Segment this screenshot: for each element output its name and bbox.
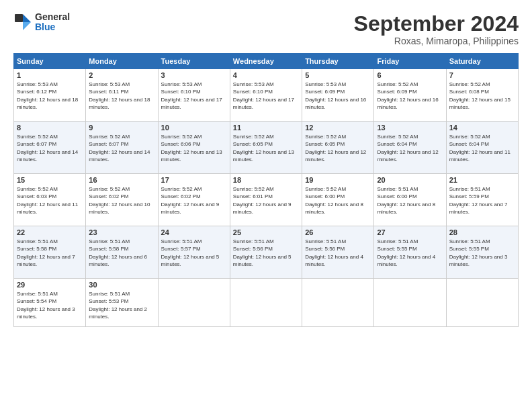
- day-info: Sunrise: 5:53 AMSunset: 6:10 PMDaylight:…: [161, 81, 222, 110]
- calendar-cell: 30 Sunrise: 5:51 AMSunset: 5:53 PMDaylig…: [86, 279, 158, 327]
- title-block: September 2024 Roxas, Mimaropa, Philippi…: [354, 12, 519, 46]
- day-number: 7: [449, 71, 515, 79]
- day-number: 13: [377, 124, 443, 132]
- header-saturday: Saturday: [446, 54, 518, 69]
- day-number: 23: [89, 228, 154, 236]
- header-friday: Friday: [374, 54, 446, 69]
- calendar-cell: 19 Sunrise: 5:52 AMSunset: 6:00 PMDaylig…: [302, 174, 374, 226]
- header: General Blue September 2024 Roxas, Mimar…: [13, 12, 519, 46]
- calendar-cell: 15 Sunrise: 5:52 AMSunset: 6:03 PMDaylig…: [14, 174, 86, 226]
- calendar-cell: 3 Sunrise: 5:53 AMSunset: 6:10 PMDayligh…: [158, 69, 230, 122]
- logo-blue: Blue: [35, 21, 55, 32]
- day-number: 2: [89, 71, 154, 79]
- day-info: Sunrise: 5:51 AMSunset: 5:54 PMDaylight:…: [17, 291, 75, 320]
- day-number: 28: [449, 228, 515, 236]
- calendar-cell: 20 Sunrise: 5:51 AMSunset: 6:00 PMDaylig…: [374, 174, 446, 226]
- svg-marker-1: [23, 22, 31, 30]
- calendar-cell: 11 Sunrise: 5:52 AMSunset: 6:05 PMDaylig…: [230, 122, 302, 174]
- calendar-week-1: 1 Sunrise: 5:53 AMSunset: 6:12 PMDayligh…: [14, 69, 519, 122]
- day-info: Sunrise: 5:51 AMSunset: 6:00 PMDaylight:…: [377, 186, 435, 215]
- header-tuesday: Tuesday: [158, 54, 230, 69]
- calendar-cell: 5 Sunrise: 5:53 AMSunset: 6:09 PMDayligh…: [302, 69, 374, 122]
- day-number: 18: [233, 176, 299, 184]
- day-info: Sunrise: 5:52 AMSunset: 6:07 PMDaylight:…: [17, 134, 78, 163]
- day-number: 24: [161, 228, 227, 236]
- calendar-cell: 7 Sunrise: 5:52 AMSunset: 6:08 PMDayligh…: [446, 69, 518, 122]
- calendar-cell: 27 Sunrise: 5:51 AMSunset: 5:55 PMDaylig…: [374, 226, 446, 279]
- day-info: Sunrise: 5:52 AMSunset: 6:07 PMDaylight:…: [89, 134, 150, 163]
- calendar-cell: 21 Sunrise: 5:51 AMSunset: 5:59 PMDaylig…: [446, 174, 518, 226]
- location: Roxas, Mimaropa, Philippines: [354, 36, 519, 46]
- header-wednesday: Wednesday: [230, 54, 302, 69]
- day-number: 12: [305, 124, 371, 132]
- day-number: 1: [17, 71, 83, 79]
- calendar-cell: 16 Sunrise: 5:52 AMSunset: 6:02 PMDaylig…: [86, 174, 158, 226]
- calendar-cell: 2 Sunrise: 5:53 AMSunset: 6:11 PMDayligh…: [86, 69, 158, 122]
- calendar-cell: 10 Sunrise: 5:52 AMSunset: 6:06 PMDaylig…: [158, 122, 230, 174]
- day-info: Sunrise: 5:52 AMSunset: 6:04 PMDaylight:…: [449, 134, 511, 163]
- calendar-cell: [158, 279, 230, 327]
- day-info: Sunrise: 5:51 AMSunset: 5:55 PMDaylight:…: [377, 238, 435, 267]
- day-info: Sunrise: 5:53 AMSunset: 6:11 PMDaylight:…: [89, 81, 150, 110]
- day-number: 6: [377, 71, 443, 79]
- day-info: Sunrise: 5:52 AMSunset: 6:06 PMDaylight:…: [161, 134, 222, 163]
- day-number: 4: [233, 71, 299, 79]
- day-info: Sunrise: 5:52 AMSunset: 6:03 PMDaylight:…: [17, 186, 78, 215]
- day-number: 20: [377, 176, 443, 184]
- calendar-cell: 26 Sunrise: 5:51 AMSunset: 5:56 PMDaylig…: [302, 226, 374, 279]
- day-number: 17: [161, 176, 227, 184]
- header-monday: Monday: [86, 54, 158, 69]
- logo-text: General Blue: [35, 12, 70, 33]
- calendar-cell: 28 Sunrise: 5:51 AMSunset: 5:55 PMDaylig…: [446, 226, 518, 279]
- day-number: 8: [17, 124, 83, 132]
- calendar-cell: 29 Sunrise: 5:51 AMSunset: 5:54 PMDaylig…: [14, 279, 86, 327]
- day-info: Sunrise: 5:51 AMSunset: 5:55 PMDaylight:…: [449, 238, 508, 267]
- calendar-cell: 25 Sunrise: 5:51 AMSunset: 5:56 PMDaylig…: [230, 226, 302, 279]
- day-info: Sunrise: 5:51 AMSunset: 5:56 PMDaylight:…: [305, 238, 363, 267]
- svg-marker-0: [23, 14, 31, 22]
- day-info: Sunrise: 5:52 AMSunset: 6:05 PMDaylight:…: [305, 134, 366, 163]
- calendar-cell: 18 Sunrise: 5:52 AMSunset: 6:01 PMDaylig…: [230, 174, 302, 226]
- day-number: 5: [305, 71, 371, 79]
- logo-general: General: [35, 11, 70, 22]
- calendar-week-2: 8 Sunrise: 5:52 AMSunset: 6:07 PMDayligh…: [14, 122, 519, 174]
- calendar-cell: 4 Sunrise: 5:53 AMSunset: 6:10 PMDayligh…: [230, 69, 302, 122]
- day-info: Sunrise: 5:52 AMSunset: 6:04 PMDaylight:…: [377, 134, 438, 163]
- day-number: 19: [305, 176, 371, 184]
- calendar-cell: 24 Sunrise: 5:51 AMSunset: 5:57 PMDaylig…: [158, 226, 230, 279]
- calendar-cell: 14 Sunrise: 5:52 AMSunset: 6:04 PMDaylig…: [446, 122, 518, 174]
- calendar-cell: 23 Sunrise: 5:51 AMSunset: 5:58 PMDaylig…: [86, 226, 158, 279]
- calendar-cell: [446, 279, 518, 327]
- day-number: 30: [89, 281, 154, 289]
- calendar-cell: 22 Sunrise: 5:51 AMSunset: 5:58 PMDaylig…: [14, 226, 86, 279]
- calendar-cell: [230, 279, 302, 327]
- calendar-week-3: 15 Sunrise: 5:52 AMSunset: 6:03 PMDaylig…: [14, 174, 519, 226]
- day-number: 27: [377, 228, 443, 236]
- day-number: 10: [161, 124, 227, 132]
- calendar-cell: 1 Sunrise: 5:53 AMSunset: 6:12 PMDayligh…: [14, 69, 86, 122]
- calendar-cell: 17 Sunrise: 5:52 AMSunset: 6:02 PMDaylig…: [158, 174, 230, 226]
- day-info: Sunrise: 5:52 AMSunset: 6:01 PMDaylight:…: [233, 186, 292, 215]
- day-info: Sunrise: 5:52 AMSunset: 6:02 PMDaylight:…: [161, 186, 220, 215]
- day-info: Sunrise: 5:51 AMSunset: 5:59 PMDaylight:…: [449, 186, 508, 215]
- weekday-header-row: Sunday Monday Tuesday Wednesday Thursday…: [14, 54, 519, 69]
- calendar-week-4: 22 Sunrise: 5:51 AMSunset: 5:58 PMDaylig…: [14, 226, 519, 279]
- day-number: 21: [449, 176, 515, 184]
- header-thursday: Thursday: [302, 54, 374, 69]
- logo: General Blue: [13, 12, 70, 33]
- day-number: 16: [89, 176, 154, 184]
- day-info: Sunrise: 5:52 AMSunset: 6:09 PMDaylight:…: [377, 81, 438, 110]
- day-number: 26: [305, 228, 371, 236]
- day-info: Sunrise: 5:52 AMSunset: 6:05 PMDaylight:…: [233, 134, 294, 163]
- calendar: Sunday Monday Tuesday Wednesday Thursday…: [13, 53, 519, 327]
- month-title: September 2024: [354, 12, 519, 36]
- calendar-cell: [302, 279, 374, 327]
- day-info: Sunrise: 5:51 AMSunset: 5:57 PMDaylight:…: [161, 238, 220, 267]
- day-info: Sunrise: 5:52 AMSunset: 6:00 PMDaylight:…: [305, 186, 363, 215]
- calendar-cell: 8 Sunrise: 5:52 AMSunset: 6:07 PMDayligh…: [14, 122, 86, 174]
- day-number: 9: [89, 124, 154, 132]
- day-info: Sunrise: 5:51 AMSunset: 5:58 PMDaylight:…: [89, 238, 147, 267]
- day-number: 11: [233, 124, 299, 132]
- header-sunday: Sunday: [14, 54, 86, 69]
- day-info: Sunrise: 5:52 AMSunset: 6:08 PMDaylight:…: [449, 81, 511, 110]
